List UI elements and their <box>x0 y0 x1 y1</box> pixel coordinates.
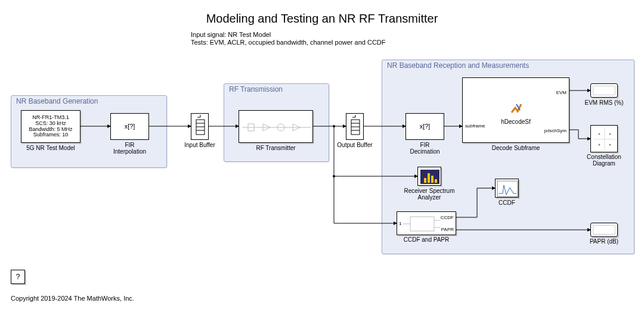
block-output-buffer[interactable] <box>346 113 364 140</box>
spectrum-icon <box>418 167 442 186</box>
label-output-buffer: Output Buffer <box>334 142 376 148</box>
svg-rect-20 <box>424 178 426 183</box>
help-button[interactable]: ? <box>11 270 25 284</box>
svg-rect-24 <box>497 181 518 196</box>
svg-point-37 <box>333 175 335 177</box>
label-ccdf: CCDF <box>489 199 525 206</box>
svg-rect-25 <box>410 217 434 231</box>
block-ccdf-scope[interactable] <box>495 179 519 198</box>
svg-rect-23 <box>435 179 437 183</box>
svg-point-7 <box>277 124 284 131</box>
constellation-icon <box>591 126 618 153</box>
block-constellation[interactable] <box>590 125 618 152</box>
test-model-params: NR-FR1-TM3.1 SCS: 30 kHz Bandwidth: 5 MH… <box>21 111 80 142</box>
group-title-rf: RF Transmission <box>229 85 283 93</box>
svg-rect-21 <box>428 173 430 183</box>
fir-decim-text: x[?] <box>406 114 444 139</box>
svg-marker-6 <box>263 124 270 131</box>
copyright-text: Copyright 2019-2024 The MathWorks, Inc. <box>11 295 134 302</box>
block-fir-decimation[interactable]: x[?] <box>405 113 444 140</box>
block-evm-display[interactable] <box>590 83 618 98</box>
buffer-icon <box>346 114 364 141</box>
ccdf-papr-out2: PAPR <box>441 227 454 232</box>
label-papr-display: PAPR (dB) <box>584 238 624 245</box>
label-rx-spectrum: Receiver Spectrum Analyzer <box>394 188 465 201</box>
label-constellation: Constellation Diagram <box>578 154 630 167</box>
matlab-icon <box>509 102 524 116</box>
label-evm-display: EVM RMS (%) <box>581 99 627 106</box>
block-decode-subframe[interactable]: subframe EVM pdschSym hDecodeSf <box>462 77 569 143</box>
label-fir-decim: FIR Decimation <box>405 142 444 155</box>
block-spectrum-analyzer[interactable] <box>417 167 441 186</box>
block-fir-interpolation[interactable]: x[?] <box>110 113 149 140</box>
fir-interp-text: x[?] <box>111 114 148 139</box>
svg-rect-9 <box>351 120 360 135</box>
svg-marker-8 <box>293 124 300 131</box>
block-rf-transmitter[interactable] <box>239 110 313 143</box>
label-input-buffer: Input Buffer <box>179 142 221 148</box>
block-papr-display[interactable] <box>590 223 618 237</box>
block-input-buffer[interactable] <box>191 113 209 140</box>
decode-fn: hDecodeSf <box>463 118 569 125</box>
block-5g-nr-test-model[interactable]: NR-FR1-TM3.1 SCS: 30 kHz Bandwidth: 5 MH… <box>21 110 80 143</box>
svg-point-15 <box>599 133 600 135</box>
group-title-gen: NR Baseband Generation <box>16 97 98 105</box>
svg-point-17 <box>599 144 600 146</box>
ccdf-icon <box>496 179 519 198</box>
label-ccdf-papr: CCDF and PAPR <box>394 236 459 243</box>
group-title-rx: NR Baseband Reception and Measurements <box>387 61 529 70</box>
svg-rect-19 <box>420 170 439 184</box>
svg-point-36 <box>333 125 335 127</box>
rf-chain-icon <box>239 111 314 143</box>
svg-point-18 <box>609 144 611 146</box>
svg-rect-0 <box>196 120 205 135</box>
label-test-model: 5G NR Test Model <box>21 145 80 151</box>
port-evm: EVM <box>556 90 566 95</box>
svg-point-16 <box>609 133 611 135</box>
label-rf-transmitter: RF Transmitter <box>239 145 313 151</box>
ccdf-papr-out1: CCDF <box>441 215 454 220</box>
port-pdschsym: pdschSym <box>544 128 566 133</box>
block-ccdf-papr[interactable]: 1 CCDF PAPR <box>397 211 456 235</box>
svg-rect-5 <box>248 124 254 131</box>
label-decode-subframe: Decode Subframe <box>462 145 569 151</box>
buffer-icon <box>191 114 209 141</box>
ccdf-papr-in: 1 <box>399 221 401 226</box>
label-fir-interp: FIR Interpolation <box>110 142 149 155</box>
svg-rect-22 <box>431 176 434 183</box>
